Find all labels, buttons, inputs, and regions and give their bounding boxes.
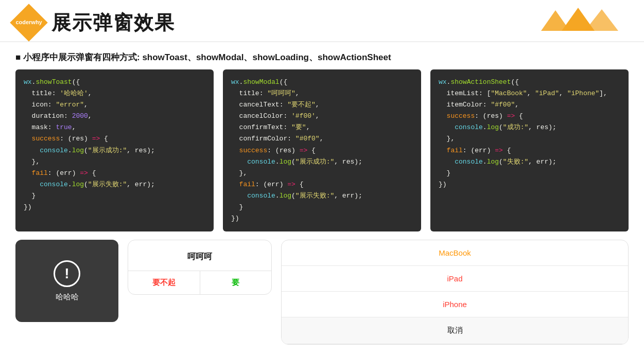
logo-diamond: coderwhy [10,4,48,42]
code-block-toast: wx.showToast({ title: '哈哈哈', icon: "erro… [15,69,214,231]
action-item-ipad[interactable]: iPad [282,266,628,292]
toast-label: 哈哈哈 [56,292,79,302]
header: coderwhy 展示弹窗效果 [0,0,644,42]
logo-text: coderwhy [15,19,42,26]
action-item-iphone[interactable]: iPhone [282,292,628,317]
svg-marker-2 [585,9,618,31]
demo-section: ! 哈哈哈 呵呵呵 要不起 要 MacBook iPad iPhone 取消 [0,240,644,345]
code-section: wx.showToast({ title: '哈哈哈', icon: "erro… [0,69,644,231]
action-sheet-demo: MacBook iPad iPhone 取消 [281,240,629,345]
subtitle: ■ 小程序中展示弹窗有四种方式: showToast、showModal、sho… [0,42,644,69]
code-block-modal: wx.showModal({ title: "呵呵呵", cancelText:… [223,69,421,231]
page-title: 展示弹窗效果 [51,10,175,36]
action-item-cancel[interactable]: 取消 [282,317,628,344]
subtitle-text: ■ 小程序中展示弹窗有四种方式: showToast、showModal、sho… [15,51,391,63]
action-item-macbook[interactable]: MacBook [282,240,628,266]
mountains-decoration [541,5,623,33]
modal-demo: 呵呵呵 要不起 要 [128,240,272,295]
header-mountains [541,5,623,33]
modal-cancel-button[interactable]: 要不起 [128,271,200,294]
modal-confirm-button[interactable]: 要 [200,271,272,294]
modal-buttons: 要不起 要 [128,271,271,294]
toast-demo: ! 哈哈哈 [15,240,118,322]
modal-title: 呵呵呵 [128,240,271,271]
code-block-action: wx.showActionSheet({ itemList: ["MacBook… [430,69,629,231]
toast-icon-circle: ! [54,260,80,287]
toast-exclamation-icon: ! [64,265,69,282]
